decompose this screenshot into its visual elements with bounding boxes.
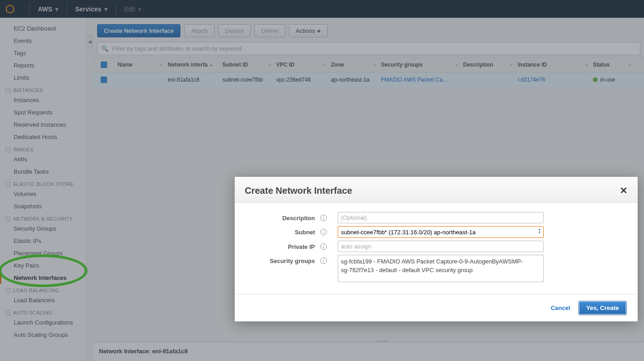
modal-footer: Cancel Yes, Create <box>235 294 638 321</box>
modal-title: Create Network Interface <box>245 186 352 196</box>
field-security-groups: Security groups i sg-fcbfa199 - FMADIO A… <box>247 255 625 282</box>
create-eni-modal: Create Network Interface ✕ Description i… <box>234 176 638 322</box>
field-subnet: Subnet i subnet-ccee7fbb* (172.31.16.0/2… <box>247 226 625 238</box>
sg-option[interactable]: sg-fcbfa199 - FMADIO AWS Packet Capture-… <box>341 257 541 266</box>
cancel-button[interactable]: Cancel <box>551 304 570 311</box>
yes-create-button[interactable]: Yes, Create <box>578 301 627 315</box>
private-ip-input[interactable] <box>338 241 544 252</box>
privateip-label: Private IP <box>247 241 320 250</box>
info-icon[interactable]: i <box>320 258 327 264</box>
subnet-label: Subnet <box>247 226 320 236</box>
modal-body: Description i Subnet i subnet-ccee7fbb* … <box>235 203 638 294</box>
security-groups-listbox[interactable]: sg-fcbfa199 - FMADIO AWS Packet Capture-… <box>338 255 544 282</box>
info-icon[interactable]: i <box>320 243 327 250</box>
close-icon[interactable]: ✕ <box>620 185 628 196</box>
sg-label: Security groups <box>247 255 320 264</box>
subnet-select[interactable]: subnet-ccee7fbb* (172.31.16.0/20) ap-nor… <box>338 226 544 238</box>
field-private-ip: Private IP i <box>247 241 625 252</box>
modal-header: Create Network Interface ✕ <box>235 177 638 203</box>
description-input[interactable] <box>338 212 544 223</box>
field-description: Description i <box>247 212 625 223</box>
description-label: Description <box>247 212 320 222</box>
info-icon[interactable]: i <box>320 229 327 235</box>
info-icon[interactable]: i <box>320 215 327 221</box>
select-spinner-icon: ▲▼ <box>538 227 541 234</box>
sg-option[interactable]: sg-762f7e13 - default - default VPC secu… <box>341 266 541 274</box>
